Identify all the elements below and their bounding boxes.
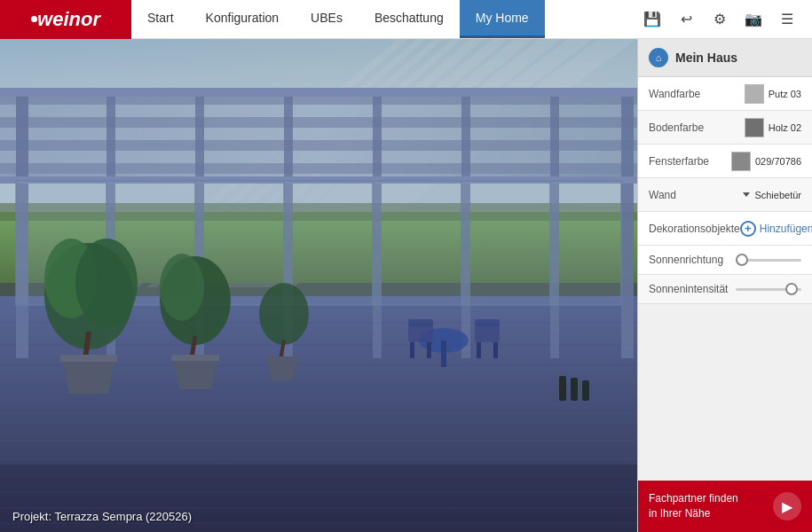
bottom-cta[interactable]: Fachpartner finden in Ihrer Nähe ▶	[638, 481, 812, 532]
panel-title: Mein Haus	[675, 51, 737, 65]
color-swatch-0[interactable]	[745, 84, 764, 104]
color-swatch-2[interactable]	[731, 152, 751, 171]
slider-thumb-0[interactable]	[736, 254, 748, 266]
settings-icon[interactable]: ⚙	[707, 7, 732, 32]
row-value-4: +Hinzufügen	[740, 221, 812, 237]
scene-viewport[interactable]: Projekt: Terrazza Sempra (220526)	[0, 39, 637, 532]
color-label-1: Holz 02	[769, 122, 801, 133]
color-label-0: Putz 03	[769, 89, 801, 99]
right-panel: ⌂ Mein Haus WandfarbePutz 03BodenfarbeHo…	[637, 39, 812, 532]
nav-item-konfiguration[interactable]: Konfiguration	[190, 0, 296, 38]
slider-track-1[interactable]	[736, 288, 801, 291]
cta-arrow-button[interactable]: ▶	[773, 492, 801, 520]
project-label: Projekt: Terrazza Sempra (220526)	[12, 510, 192, 523]
undo-icon[interactable]: ↩	[674, 7, 698, 32]
camera-icon[interactable]: 📷	[741, 7, 766, 32]
row-value-2: 029/70786	[731, 152, 801, 171]
panel-sliders: SonnenrichtungSonnenintensität	[638, 246, 812, 304]
dropdown-value-3: Schiebetür	[754, 190, 801, 200]
svg-rect-87	[0, 39, 637, 532]
save-icon[interactable]: 💾	[640, 7, 665, 32]
header: weinor StartKonfigurationUBEsBeschattung…	[0, 0, 812, 39]
panel-spacer	[638, 304, 812, 481]
row-label-3: Wand	[649, 189, 743, 201]
cta-line2: in Ihrer Nähe	[649, 506, 738, 521]
row-label-4: Dekorationsobjekte	[649, 223, 740, 235]
slider-track-0[interactable]	[736, 259, 801, 262]
chevron-down-icon	[743, 192, 750, 197]
add-label-4: Hinzufügen	[760, 223, 812, 235]
row-value-3: Schiebetür	[743, 190, 801, 200]
nav-item-start[interactable]: Start	[131, 0, 190, 38]
home-icon: ⌂	[649, 48, 668, 67]
panel-row-0[interactable]: WandfarbePutz 03	[638, 77, 812, 111]
cta-line1: Fachpartner finden	[649, 491, 738, 506]
color-label-2: 029/70786	[755, 156, 801, 167]
panel-rows: WandfarbePutz 03BodenfarbeHolz 02Fenster…	[638, 77, 812, 246]
slider-row-0[interactable]: Sonnenrichtung	[638, 246, 812, 275]
panel-row-3[interactable]: WandSchiebetür	[638, 178, 812, 212]
row-label-0: Wandfarbe	[649, 88, 745, 100]
logo: weinor	[0, 0, 131, 39]
row-label-1: Bodenfarbe	[649, 121, 745, 134]
main-content: Projekt: Terrazza Sempra (220526) ⌂ Mein…	[0, 39, 812, 532]
slider-label-1: Sonnenintensität	[649, 283, 729, 295]
slider-label-0: Sonnenrichtung	[649, 254, 729, 266]
scene-svg	[0, 39, 637, 532]
nav-item-beschattung[interactable]: Beschattung	[359, 0, 460, 38]
nav-item-ubes[interactable]: UBEs	[295, 0, 359, 38]
color-swatch-1[interactable]	[745, 118, 764, 137]
row-label-2: Fensterfarbe	[649, 155, 731, 168]
slider-thumb-1[interactable]	[785, 283, 798, 295]
slider-row-1[interactable]: Sonnenintensität	[638, 275, 812, 304]
menu-icon[interactable]: ☰	[775, 7, 800, 32]
header-icons: 💾↩⚙📷☰	[627, 7, 812, 32]
panel-header: ⌂ Mein Haus	[638, 39, 812, 77]
panel-row-1[interactable]: BodenfarbeHolz 02	[638, 111, 812, 145]
brand-name: weinor	[31, 10, 100, 29]
add-button-4[interactable]: +Hinzufügen	[740, 221, 812, 237]
row-value-0: Putz 03	[745, 84, 801, 104]
plus-icon: +	[740, 221, 756, 237]
main-nav: StartKonfigurationUBEsBeschattungMy Home	[131, 0, 627, 38]
panel-row-4[interactable]: Dekorationsobjekte+Hinzufügen	[638, 212, 812, 246]
panel-row-2[interactable]: Fensterfarbe029/70786	[638, 145, 812, 178]
nav-item-my-home[interactable]: My Home	[460, 0, 545, 38]
cta-text: Fachpartner finden in Ihrer Nähe	[649, 491, 738, 521]
row-value-1: Holz 02	[745, 118, 801, 137]
